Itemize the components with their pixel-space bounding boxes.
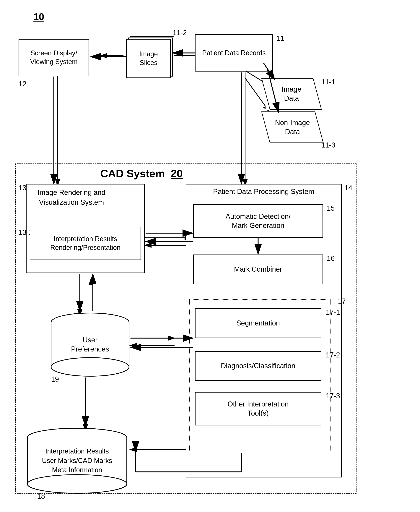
interpretation-rendering-box: Interpretation Results Rendering/Present… bbox=[30, 227, 141, 260]
ref-19: 19 bbox=[51, 375, 59, 383]
ref-18: 18 bbox=[37, 492, 45, 500]
other-tools-box: Other Interpretation Tool(s) bbox=[195, 392, 321, 425]
patient-data-records-box: Patient Data Records bbox=[195, 34, 273, 71]
svg-point-23 bbox=[51, 358, 129, 376]
ref-15: 15 bbox=[327, 204, 335, 212]
ref-11-3: 11-3 bbox=[321, 141, 335, 149]
ref-11: 11 bbox=[277, 34, 285, 42]
user-preferences-label: User Preferences bbox=[71, 336, 109, 354]
interpretation-results-db-label: Interpretation Results User Marks/CAD Ma… bbox=[42, 447, 112, 475]
interpretation-results-db-cylinder: Interpretation Results User Marks/CAD Ma… bbox=[26, 427, 128, 494]
ref-17-1: 17-1 bbox=[326, 308, 340, 316]
diagram-title: 10 bbox=[33, 11, 44, 22]
cad-system-label: CAD System 20 bbox=[100, 167, 183, 180]
image-rendering-title: Image Rendering and Visualization System bbox=[29, 188, 114, 207]
screen-display-box: Screen Display/ Viewing System bbox=[19, 39, 89, 76]
segmentation-box: Segmentation bbox=[195, 308, 321, 338]
ref-17-3: 17-3 bbox=[326, 392, 340, 400]
ref-17-2: 17-2 bbox=[326, 351, 340, 359]
automatic-detection-box: Automatic Detection/ Mark Generation bbox=[193, 204, 323, 238]
diagnosis-box: Diagnosis/Classification bbox=[195, 351, 321, 381]
cad-system-ref: 20 bbox=[171, 167, 183, 179]
svg-point-28 bbox=[27, 475, 127, 493]
non-image-data-para: Non-Image Data bbox=[265, 111, 319, 143]
image-slices-box: Image Slices bbox=[126, 39, 171, 78]
ref-13: 13 bbox=[19, 184, 26, 192]
ref-12: 12 bbox=[19, 80, 26, 88]
ref-17: 17 bbox=[338, 297, 346, 305]
ref-11-2: 11-2 bbox=[173, 29, 187, 37]
ref-11-1: 11-1 bbox=[321, 78, 335, 86]
mark-combiner-box: Mark Combiner bbox=[193, 254, 323, 284]
user-preferences-cylinder: User Preferences bbox=[50, 312, 130, 377]
ref-16: 16 bbox=[327, 254, 335, 262]
ref-14: 14 bbox=[345, 184, 352, 192]
patient-data-processing-label: Patient Data Processing System bbox=[195, 188, 332, 196]
image-data-para: Image Data bbox=[265, 78, 317, 110]
